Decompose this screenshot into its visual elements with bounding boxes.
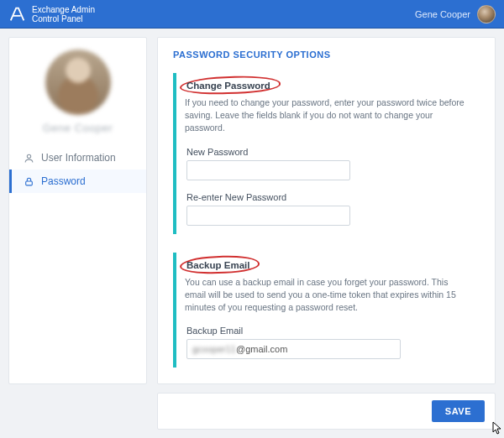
label-backup-email: Backup Email [186, 326, 470, 336]
profile-name: Gene Cooper [43, 122, 113, 134]
brand: Exchange Admin Control Panel [8, 5, 95, 23]
sidebar-item-user-information[interactable]: User Information [9, 146, 146, 169]
section-description: If you need to change your password, ent… [185, 96, 471, 135]
sidebar-item-label: Password [41, 175, 86, 187]
avatar-small[interactable] [477, 5, 496, 23]
label-new-password: New Password [186, 147, 470, 157]
field-new-password: New Password [186, 147, 470, 180]
main-panel: PASSWORD SECURITY OPTIONS Change Passwor… [157, 37, 496, 384]
lock-icon [24, 176, 34, 187]
label-reenter-password: Re-enter New Password [186, 192, 470, 202]
section-heading-backup-email: Backup Email [185, 259, 251, 271]
svg-point-0 [27, 154, 30, 158]
brand-logo [8, 5, 27, 23]
field-reenter-password: Re-enter New Password [186, 192, 470, 226]
topbar-user-name: Gene Cooper [415, 9, 470, 19]
section-description: You can use a backup email in case you f… [185, 276, 471, 315]
avatar-large [45, 50, 111, 115]
section-backup-email: Backup Email You can use a backup email … [173, 253, 480, 368]
sidebar-item-label: User Information [41, 152, 116, 164]
input-reenter-password[interactable] [186, 206, 350, 226]
profile-block: Gene Cooper [9, 50, 146, 143]
field-backup-email: Backup Email gcooper11@gmail.com [186, 326, 470, 359]
sidebar: Gene Cooper User Information Password [8, 37, 147, 384]
input-new-password[interactable] [186, 160, 350, 180]
svg-rect-1 [26, 180, 33, 185]
page-title: PASSWORD SECURITY OPTIONS [173, 50, 480, 60]
section-change-password: Change Password If you need to change yo… [173, 73, 480, 234]
topbar-user[interactable]: Gene Cooper [415, 5, 496, 23]
footer-bar: SAVE [157, 393, 496, 430]
sidebar-item-password[interactable]: Password [9, 169, 146, 193]
save-button[interactable]: SAVE [432, 400, 485, 422]
input-backup-email[interactable]: gcooper11@gmail.com [186, 339, 401, 359]
app-title: Exchange Admin Control Panel [32, 5, 95, 23]
top-bar: Exchange Admin Control Panel Gene Cooper [0, 0, 504, 29]
section-heading-change-password: Change Password [185, 80, 272, 91]
user-icon [24, 153, 34, 164]
